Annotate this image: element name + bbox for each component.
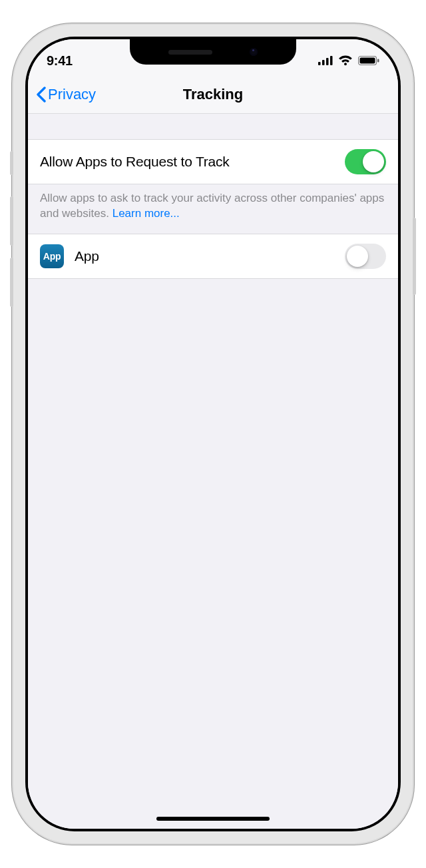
allow-tracking-label: Allow Apps to Request to Track: [40, 154, 230, 170]
footer-description: Allow apps to ask to track your activity…: [40, 192, 384, 220]
svg-rect-6: [377, 59, 379, 63]
allow-tracking-toggle[interactable]: [345, 149, 386, 174]
svg-rect-3: [330, 56, 333, 65]
learn-more-link[interactable]: Learn more...: [112, 207, 180, 220]
phone-frame: 9:41 Privacy Tracking Allow Apps to Requ…: [13, 25, 413, 843]
navigation-bar: Privacy Tracking: [28, 75, 398, 114]
speaker-grille: [168, 50, 212, 55]
status-time: 9:41: [47, 53, 73, 69]
allow-tracking-row: Allow Apps to Request to Track: [28, 139, 398, 184]
app-name-label: App: [75, 248, 99, 264]
svg-rect-1: [322, 60, 325, 65]
wifi-icon: [338, 55, 353, 66]
volume-up-button: [10, 196, 13, 246]
home-indicator[interactable]: [156, 817, 270, 821]
front-camera: [250, 48, 258, 56]
toggle-knob: [347, 246, 368, 267]
allow-tracking-footer: Allow apps to ask to track your activity…: [28, 184, 398, 234]
svg-rect-2: [326, 58, 329, 65]
app-icon-text: App: [43, 251, 61, 262]
app-tracking-row: AppApp: [28, 234, 398, 279]
volume-down-button: [10, 258, 13, 307]
toggle-knob: [363, 151, 384, 172]
power-button: [413, 218, 416, 295]
status-icons: [318, 55, 379, 66]
app-tracking-toggle[interactable]: [345, 244, 386, 269]
settings-content: Allow Apps to Request to Track Allow app…: [28, 114, 398, 829]
cellular-signal-icon: [318, 56, 333, 65]
screen: 9:41 Privacy Tracking Allow Apps to Requ…: [28, 39, 398, 829]
svg-rect-0: [318, 62, 321, 65]
mute-switch: [10, 151, 13, 175]
battery-icon: [358, 56, 379, 65]
app-icon: App: [40, 244, 64, 268]
page-title: Tracking: [28, 86, 398, 103]
notch: [130, 39, 296, 65]
svg-rect-5: [360, 58, 375, 64]
